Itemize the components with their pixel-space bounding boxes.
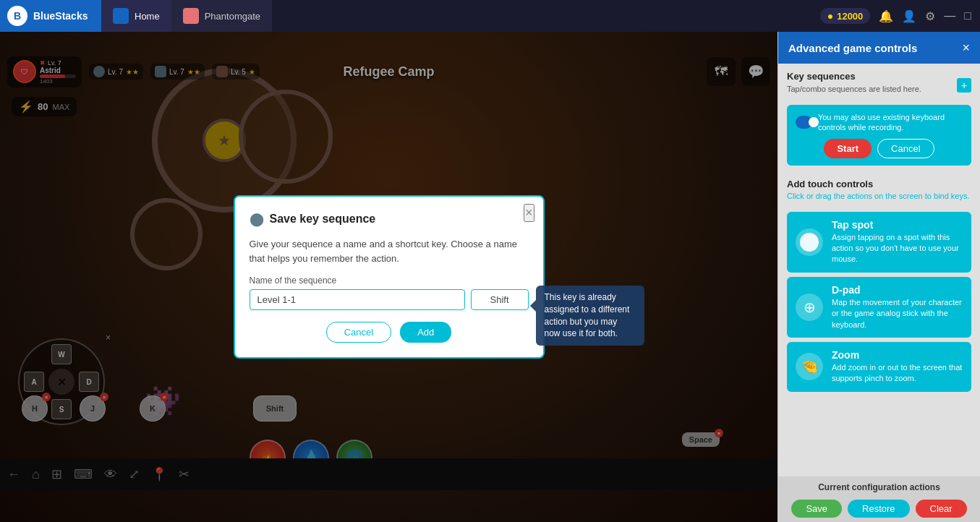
add-sequence-btn[interactable]: + <box>957 78 971 93</box>
notification-icon[interactable]: 🔔 <box>879 9 893 23</box>
dialog-header: ⬤ Save key sequence <box>250 211 529 227</box>
key-conflict-tooltip: This key is already assigned to a differ… <box>536 286 644 346</box>
dpad-card-desc: Map the movement of your character or th… <box>832 297 963 330</box>
zoom-card-icon: 🤏 <box>796 353 823 380</box>
dialog-cancel-btn[interactable]: Cancel <box>326 322 391 343</box>
app-name: BlueStacks <box>33 10 88 22</box>
tooltip-arrow <box>530 300 536 312</box>
tap-spot-icon <box>796 228 823 256</box>
game-area: ★ 👾 🛡 ✖ Lv. 7 Astrid <box>0 32 777 522</box>
coins-value: 12000 <box>837 11 863 22</box>
add-touch-suffix: on the screen to bind keys. <box>874 192 969 200</box>
add-touch-prefix: Click or drag <box>787 192 832 200</box>
tab-game-label: Phantomgate <box>205 11 260 22</box>
start-recording-btn[interactable]: Start <box>824 139 872 158</box>
key-sequences-header: Key sequences Tap/combo sequences are li… <box>778 64 980 99</box>
restore-config-btn[interactable]: Restore <box>848 500 910 518</box>
key-sequences-sub: Tap/combo sequences are listed here. <box>787 85 921 93</box>
dpad-card-icon: ⊕ <box>796 294 823 321</box>
coin-icon: ● <box>827 10 833 22</box>
tooltip-text: This key is already assigned to a differ… <box>545 292 630 338</box>
zoom-card-title: Zoom <box>832 349 963 361</box>
record-buttons: Start Cancel <box>796 139 963 158</box>
coins-badge: ● 12000 <box>820 8 871 24</box>
key-sequences-title: Key sequences <box>787 71 921 82</box>
add-touch-middle: the actions <box>834 192 872 200</box>
sequence-key-input[interactable] <box>471 289 529 310</box>
settings-icon[interactable]: ⚙ <box>925 9 935 23</box>
zoom-card-content: Zoom Add zoom in or out to the screen th… <box>832 349 963 385</box>
dialog-input-label: Name of the sequence <box>250 275 529 286</box>
recording-box: You may also use existing keyboard contr… <box>787 105 971 166</box>
top-bar: B BlueStacks Home Phantomgate ● 12000 🔔 … <box>0 0 980 32</box>
minimize-icon[interactable]: — <box>944 9 955 22</box>
tab-game[interactable]: Phantomgate <box>171 0 272 32</box>
cancel-recording-btn[interactable]: Cancel <box>877 139 934 158</box>
dialog-close-btn[interactable]: × <box>524 204 534 222</box>
dialog-header-icon: ⬤ <box>250 211 264 227</box>
toggle-row: You may also use existing keyboard contr… <box>796 112 963 133</box>
add-touch-sub: Click or drag the actions on the screen … <box>787 192 971 200</box>
app-logo[interactable]: B BlueStacks <box>0 0 101 32</box>
panel-scroll[interactable]: Key sequences Tap/combo sequences are li… <box>778 64 980 476</box>
sequence-name-input[interactable] <box>250 289 465 310</box>
maximize-icon[interactable]: □ <box>964 9 971 22</box>
save-config-btn[interactable]: Save <box>791 500 842 518</box>
panel-title: Advanced game controls <box>788 42 917 54</box>
tap-spot-card[interactable]: Tap spot Assign tapping on a spot with t… <box>787 212 971 273</box>
panel-close-btn[interactable]: × <box>962 40 970 56</box>
main-content: ★ 👾 🛡 ✖ Lv. 7 Astrid <box>0 32 980 522</box>
top-right: ● 12000 🔔 👤 ⚙ — □ <box>820 8 980 24</box>
add-touch-title: Add touch controls <box>787 179 971 189</box>
dpad-card-title: D-pad <box>832 284 963 296</box>
dialog-title: Save key sequence <box>270 213 376 226</box>
account-icon[interactable]: 👤 <box>902 9 916 23</box>
zoom-card[interactable]: 🤏 Zoom Add zoom in or out to the screen … <box>787 342 971 392</box>
panel-header: Advanced game controls × <box>778 32 980 64</box>
home-tab-icon <box>113 8 129 24</box>
dialog-overlay: ⬤ Save key sequence × Give your sequence… <box>0 32 777 522</box>
tap-spot-content: Tap spot Assign tapping on a spot with t… <box>832 219 963 265</box>
save-sequence-dialog: ⬤ Save key sequence × Give your sequence… <box>234 195 545 359</box>
tap-spot-title: Tap spot <box>832 219 963 231</box>
right-panel: Advanced game controls × Key sequences T… <box>777 32 980 522</box>
dialog-body-text: Give your sequence a name and a shortcut… <box>250 237 529 265</box>
recording-box-wrapper: You may also use existing keyboard contr… <box>787 105 971 166</box>
current-config-label: Current configuration actions <box>778 476 980 495</box>
keyboard-toggle[interactable] <box>796 116 812 129</box>
key-input-wrapper: This key is already assigned to a differ… <box>471 289 529 310</box>
game-tab-icon <box>183 8 199 24</box>
tap-spot-desc: Assign tapping on a spot with this actio… <box>832 232 963 265</box>
config-buttons: Save Restore Clear <box>778 495 980 522</box>
zoom-card-desc: Add zoom in or out to the screen that su… <box>832 362 963 385</box>
dpad-card[interactable]: ⊕ D-pad Map the movement of your charact… <box>787 277 971 338</box>
dialog-add-btn[interactable]: Add <box>400 322 451 343</box>
tab-home[interactable]: Home <box>101 0 171 32</box>
clear-config-btn[interactable]: Clear <box>916 500 967 518</box>
bluestacks-icon: B <box>7 6 27 26</box>
dialog-actions: Cancel Add <box>250 322 529 343</box>
dialog-inputs: This key is already assigned to a differ… <box>250 289 529 310</box>
dpad-card-content: D-pad Map the movement of your character… <box>832 284 963 330</box>
key-sequences-section: Key sequences Tap/combo sequences are li… <box>787 71 921 99</box>
add-touch-section: Add touch controls Click or drag the act… <box>778 171 980 207</box>
tab-home-label: Home <box>135 11 160 22</box>
toggle-text: You may also use existing keyboard contr… <box>818 112 963 133</box>
toggle-knob <box>809 117 819 127</box>
